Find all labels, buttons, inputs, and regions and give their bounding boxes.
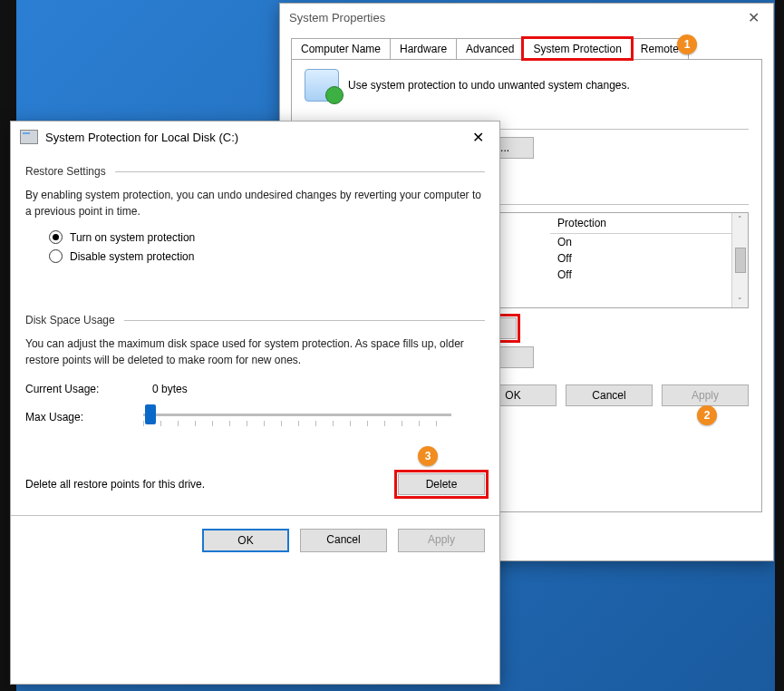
dialog-titlebar[interactable]: System Protection for Local Disk (C:) ✕ xyxy=(11,122,499,152)
system-protection-dialog: System Protection for Local Disk (C:) ✕ … xyxy=(10,121,500,685)
radio-disable[interactable]: Disable system protection xyxy=(49,249,485,263)
tab-computer-name[interactable]: Computer Name xyxy=(291,38,391,59)
protection-info: Use system protection to undo unwanted s… xyxy=(348,79,630,92)
radio-turn-on[interactable]: Turn on system protection xyxy=(49,230,485,244)
ok-button[interactable]: OK xyxy=(202,529,289,552)
radio-icon[interactable] xyxy=(49,230,63,244)
chevron-down-icon[interactable]: ˅ xyxy=(738,297,742,306)
radio-label: Turn on system protection xyxy=(70,231,195,244)
close-icon[interactable]: ✕ xyxy=(460,124,496,150)
section-restore-settings: Restore Settings xyxy=(25,165,106,178)
close-icon[interactable]: ✕ xyxy=(735,5,771,30)
chevron-up-icon[interactable]: ˄ xyxy=(738,215,742,224)
current-usage-value: 0 bytes xyxy=(152,383,188,395)
protection-value[interactable]: On xyxy=(550,234,731,250)
delete-button[interactable]: Delete xyxy=(398,473,485,495)
window-title: System Properties xyxy=(289,11,735,24)
tab-advanced[interactable]: Advanced xyxy=(456,38,524,59)
protection-value[interactable]: Off xyxy=(550,267,731,283)
radio-icon[interactable] xyxy=(49,249,63,263)
restore-paragraph: By enabling system protection, you can u… xyxy=(25,187,485,219)
disk-paragraph: You can adjust the maximum disk space us… xyxy=(25,336,485,368)
max-usage-label: Max Usage: xyxy=(25,411,125,423)
titlebar[interactable]: System Properties ✕ xyxy=(280,4,773,31)
shield-computer-icon xyxy=(305,69,339,102)
delete-desc: Delete all restore points for this drive… xyxy=(25,478,205,491)
column-protection: Protection xyxy=(550,213,731,234)
tab-system-protection[interactable]: System Protection xyxy=(523,38,631,59)
max-usage-slider[interactable] xyxy=(143,404,451,430)
apply-button: Apply xyxy=(662,384,749,406)
apply-button: Apply xyxy=(398,529,485,552)
drive-icon xyxy=(20,130,38,144)
dialog-title: System Protection for Local Disk (C:) xyxy=(45,131,452,144)
protection-value[interactable]: Off xyxy=(550,250,731,267)
annotation-badge-2: 2 xyxy=(697,405,717,425)
scroll-thumb[interactable] xyxy=(735,248,746,273)
cancel-button[interactable]: Cancel xyxy=(566,384,653,406)
annotation-badge-3: 3 xyxy=(418,446,438,466)
cancel-button[interactable]: Cancel xyxy=(300,529,387,552)
current-usage-label: Current Usage: xyxy=(25,383,125,395)
section-disk-usage: Disk Space Usage xyxy=(25,314,115,326)
annotation-badge-1: 1 xyxy=(677,34,697,54)
slider-thumb[interactable] xyxy=(145,404,156,424)
scrollbar[interactable]: ˄ ˅ xyxy=(731,213,748,307)
tab-hardware[interactable]: Hardware xyxy=(390,38,457,59)
radio-label: Disable system protection xyxy=(70,250,194,263)
